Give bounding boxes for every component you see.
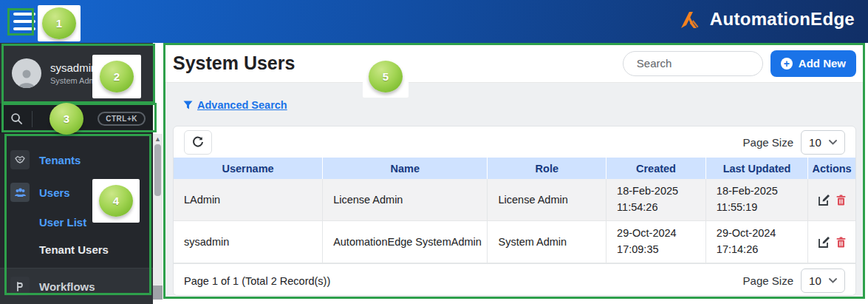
trash-icon [836,195,846,206]
delete-button[interactable] [836,195,846,206]
logo-text: AutomationEdge [710,9,855,30]
sidebar: sysadmin System Admin CTRL+K Tenants [0,43,153,300]
cell-username: sysadmin [174,221,323,263]
user-role: System Admin [50,76,102,85]
sidebar-item-label: Tenants [39,154,81,166]
plus-icon: + [781,58,793,70]
logo: AutomationEdge [679,7,855,31]
cell-role: System Admin [488,221,606,263]
scroll-up-arrow[interactable]: ▲ [153,134,163,144]
sidebar-item-label: Workflows [39,280,95,293]
sidebar-item-users[interactable]: Users [0,176,153,209]
scrollbar-thumb[interactable] [154,144,161,196]
sidebar-scrollbar[interactable]: ▲ [153,134,163,300]
edit-pencil-icon [819,236,830,248]
user-name: sysadmin [50,61,102,74]
page-size-label: Page Size [743,274,793,287]
search-icon [10,112,23,125]
column-header-actions: Actions [808,158,855,179]
page-size-select[interactable]: 10 [801,130,845,155]
chevron-down-icon [829,140,837,145]
add-new-button[interactable]: + Add New [770,50,856,77]
cell-name: License Admin [323,179,488,220]
cell-role: License Admin [488,179,606,220]
sidebar-nav: Tenants Users User List Tenant Users [0,133,153,304]
sidebar-item-user-list[interactable]: User List [0,209,153,236]
page-size-select-footer[interactable]: 10 [801,268,845,293]
delete-button[interactable] [836,237,846,248]
main-content: System Users + Add New [164,44,865,299]
sidebar-item-tenants[interactable]: Tenants [0,143,153,176]
edit-pencil-icon [819,194,830,206]
cell-created: 18-Feb-202511:54:26 [606,179,706,220]
users-table-card: Page Size 10 Username Name Role Created … [173,126,856,296]
cell-actions [808,179,855,220]
table-toolbar: Page Size 10 [174,126,855,158]
column-header-username[interactable]: Username [174,158,323,179]
column-header-role[interactable]: Role [488,158,606,179]
users-group-icon [10,183,30,202]
keyboard-shortcut-badge: CTRL+K [98,112,146,126]
cell-last-updated: 18-Feb-202511:55:19 [706,179,808,220]
cell-actions [808,221,855,263]
table-row[interactable]: LAdmin License Admin License Admin 18-Fe… [174,179,855,221]
sidebar-item-workflows[interactable]: Workflows [0,268,153,304]
avatar [12,58,41,88]
workflow-icon [10,277,30,296]
app-window: AutomationEdge sysadmin System Admin CTR [0,0,868,304]
column-header-created[interactable]: Created [606,158,706,179]
search-divider [32,111,33,127]
hamburger-menu-icon[interactable] [13,13,35,30]
column-header-last-updated[interactable]: Last Updated [706,158,808,179]
scrollbar-thumb-lower [153,286,163,300]
page-title: System Users [173,53,295,74]
table-search-box [623,51,763,76]
sidebar-search[interactable]: CTRL+K [0,104,153,133]
sidebar-item-tenant-users[interactable]: Tenant Users [0,236,153,263]
top-header-bar: AutomationEdge [0,0,868,43]
refresh-button[interactable] [184,130,212,155]
page-header: System Users + Add New [164,44,865,83]
automationedge-logo-icon [679,7,704,31]
user-profile[interactable]: sysadmin System Admin [0,43,153,104]
table-row[interactable]: sysadmin AutomationEdge SystemAdmin Syst… [174,221,855,263]
cell-created: 29-Oct-202417:09:35 [606,221,706,263]
pagination-summary: Page 1 of 1 (Total 2 Record(s)) [184,275,330,287]
chevron-down-icon [829,278,837,283]
table-header-row: Username Name Role Created Last Updated … [174,158,855,179]
advanced-search-link[interactable]: Advanced Search [183,99,287,111]
table-footer: Page 1 of 1 (Total 2 Record(s)) Page Siz… [174,263,855,296]
handshake-icon [10,150,30,169]
edit-button[interactable] [819,236,830,248]
page-size-label: Page Size [743,136,793,149]
column-header-name[interactable]: Name [323,158,488,179]
table-body: LAdmin License Admin License Admin 18-Fe… [174,179,855,263]
trash-icon [836,237,846,248]
filter-funnel-icon [183,101,193,109]
cell-last-updated: 29-Oct-202417:14:26 [706,221,808,263]
edit-button[interactable] [819,194,830,206]
search-input[interactable] [635,56,785,70]
cell-name: AutomationEdge SystemAdmin [323,221,488,263]
refresh-icon [192,136,204,148]
sidebar-item-label: Users [39,186,70,199]
cell-username: LAdmin [174,179,323,220]
